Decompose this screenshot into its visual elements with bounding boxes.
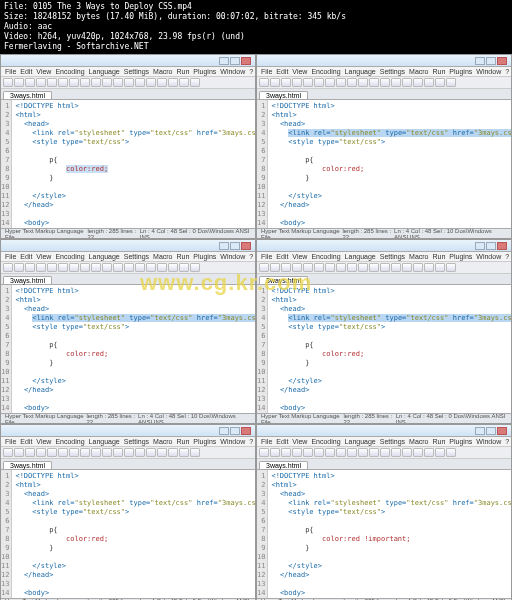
code-content[interactable]: <!DOCTYPE html> <html> <head> <link rel=… xyxy=(268,285,511,413)
tab-bar[interactable]: 3ways.html xyxy=(257,89,511,100)
menu-item[interactable]: Encoding xyxy=(311,253,340,260)
toolbar-button[interactable] xyxy=(270,263,280,272)
tab-file[interactable]: 3ways.html xyxy=(259,91,308,99)
menu-item[interactable]: Window xyxy=(476,68,501,75)
menu-item[interactable]: View xyxy=(36,253,51,260)
toolbar[interactable] xyxy=(257,77,511,89)
toolbar-button[interactable] xyxy=(58,448,68,457)
tab-bar[interactable]: 3ways.html xyxy=(1,274,255,285)
toolbar-button[interactable] xyxy=(58,78,68,87)
toolbar-button[interactable] xyxy=(380,263,390,272)
menu-item[interactable]: Settings xyxy=(124,68,149,75)
close-button[interactable] xyxy=(497,57,507,65)
toolbar-button[interactable] xyxy=(47,448,57,457)
toolbar-button[interactable] xyxy=(80,78,90,87)
menu-item[interactable]: Encoding xyxy=(311,68,340,75)
toolbar-button[interactable] xyxy=(358,263,368,272)
toolbar-button[interactable] xyxy=(424,78,434,87)
menu-item[interactable]: Window xyxy=(220,438,245,445)
minimize-button[interactable] xyxy=(219,427,229,435)
toolbar-button[interactable] xyxy=(91,263,101,272)
menu-item[interactable]: Edit xyxy=(20,68,32,75)
toolbar-button[interactable] xyxy=(25,263,35,272)
toolbar[interactable] xyxy=(1,447,255,459)
menu-item[interactable]: Macro xyxy=(409,68,428,75)
toolbar-button[interactable] xyxy=(303,263,313,272)
toolbar-button[interactable] xyxy=(135,78,145,87)
tab-file[interactable]: 3ways.html xyxy=(3,91,52,99)
toolbar-button[interactable] xyxy=(3,263,13,272)
toolbar-button[interactable] xyxy=(91,78,101,87)
toolbar-button[interactable] xyxy=(124,448,134,457)
maximize-button[interactable] xyxy=(230,242,240,250)
menu-item[interactable]: ? xyxy=(505,438,509,445)
toolbar-button[interactable] xyxy=(314,263,324,272)
menu-item[interactable]: File xyxy=(261,438,272,445)
toolbar-button[interactable] xyxy=(146,448,156,457)
minimize-button[interactable] xyxy=(475,427,485,435)
toolbar-button[interactable] xyxy=(435,263,445,272)
toolbar-button[interactable] xyxy=(413,78,423,87)
menu-item[interactable]: File xyxy=(5,253,16,260)
toolbar-button[interactable] xyxy=(391,78,401,87)
toolbar-button[interactable] xyxy=(281,263,291,272)
toolbar-button[interactable] xyxy=(369,448,379,457)
tab-bar[interactable]: 3ways.html xyxy=(257,274,511,285)
menu-item[interactable]: Window xyxy=(220,253,245,260)
tab-bar[interactable]: 3ways.html xyxy=(1,89,255,100)
toolbar-button[interactable] xyxy=(402,78,412,87)
toolbar-button[interactable] xyxy=(281,78,291,87)
menu-item[interactable]: Language xyxy=(345,68,376,75)
menu-bar[interactable]: FileEditViewEncodingLanguageSettingsMacr… xyxy=(1,67,255,77)
menu-item[interactable]: View xyxy=(292,253,307,260)
code-content[interactable]: <!DOCTYPE html> <html> <head> <link rel=… xyxy=(12,100,255,228)
menu-item[interactable]: Run xyxy=(177,253,190,260)
toolbar-button[interactable] xyxy=(190,448,200,457)
toolbar-button[interactable] xyxy=(157,448,167,457)
toolbar-button[interactable] xyxy=(325,448,335,457)
menu-item[interactable]: Settings xyxy=(124,438,149,445)
menu-bar[interactable]: FileEditViewEncodingLanguageSettingsMacr… xyxy=(257,437,511,447)
toolbar-button[interactable] xyxy=(281,448,291,457)
menu-item[interactable]: View xyxy=(292,68,307,75)
toolbar-button[interactable] xyxy=(424,448,434,457)
toolbar-button[interactable] xyxy=(69,448,79,457)
toolbar-button[interactable] xyxy=(179,78,189,87)
toolbar-button[interactable] xyxy=(69,78,79,87)
toolbar-button[interactable] xyxy=(14,448,24,457)
toolbar-button[interactable] xyxy=(25,78,35,87)
toolbar-button[interactable] xyxy=(325,78,335,87)
toolbar-button[interactable] xyxy=(58,263,68,272)
menu-item[interactable]: Run xyxy=(433,438,446,445)
menu-item[interactable]: Macro xyxy=(409,438,428,445)
toolbar-button[interactable] xyxy=(446,448,456,457)
menu-item[interactable]: View xyxy=(36,68,51,75)
menu-item[interactable]: Settings xyxy=(380,253,405,260)
maximize-button[interactable] xyxy=(486,242,496,250)
code-content[interactable]: <!DOCTYPE html> <html> <head> <link rel=… xyxy=(12,470,255,598)
toolbar-button[interactable] xyxy=(179,263,189,272)
toolbar-button[interactable] xyxy=(259,448,269,457)
toolbar-button[interactable] xyxy=(102,78,112,87)
toolbar-button[interactable] xyxy=(3,78,13,87)
toolbar-button[interactable] xyxy=(190,78,200,87)
toolbar-button[interactable] xyxy=(146,263,156,272)
toolbar-button[interactable] xyxy=(146,78,156,87)
maximize-button[interactable] xyxy=(486,427,496,435)
toolbar-button[interactable] xyxy=(391,448,401,457)
toolbar-button[interactable] xyxy=(36,263,46,272)
toolbar-button[interactable] xyxy=(303,78,313,87)
menu-item[interactable]: ? xyxy=(505,253,509,260)
minimize-button[interactable] xyxy=(219,242,229,250)
toolbar-button[interactable] xyxy=(135,263,145,272)
toolbar-button[interactable] xyxy=(369,78,379,87)
menu-item[interactable]: ? xyxy=(249,68,253,75)
toolbar-button[interactable] xyxy=(113,448,123,457)
menu-item[interactable]: File xyxy=(261,68,272,75)
menu-item[interactable]: Encoding xyxy=(55,253,84,260)
minimize-button[interactable] xyxy=(219,57,229,65)
toolbar-button[interactable] xyxy=(113,78,123,87)
menu-item[interactable]: Window xyxy=(476,438,501,445)
menu-item[interactable]: Macro xyxy=(409,253,428,260)
toolbar-button[interactable] xyxy=(157,263,167,272)
